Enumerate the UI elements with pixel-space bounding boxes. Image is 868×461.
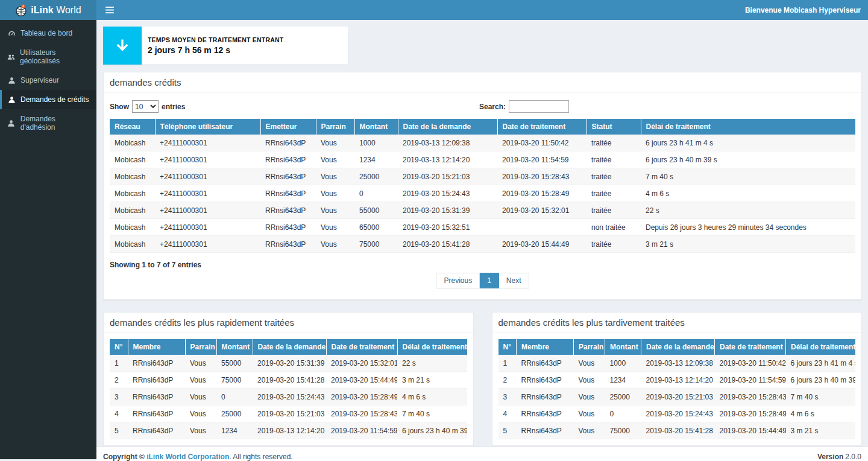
table-cell: 25000 (354, 168, 398, 185)
table-cell: 55000 (354, 202, 398, 219)
table-cell: 2019-03-13 12:14:20 (253, 422, 326, 439)
column-header[interactable]: Délai de traitement (786, 339, 856, 355)
table-header-row: N°MembreParrainMontantDate de la demande… (498, 339, 856, 355)
table-cell: traitée (587, 151, 641, 168)
column-header[interactable]: Parrain (574, 339, 605, 355)
table-cell: 2019-03-20 15:32:01 (497, 202, 587, 219)
table-cell: 65000 (354, 219, 398, 236)
sidebar-toggle-button[interactable] (96, 0, 123, 20)
table-cell: 2019-03-20 15:44:49 (497, 236, 587, 253)
table-cell: 2 (110, 372, 128, 389)
sidebar-item-label: Demandes de crédits (20, 95, 89, 104)
pagination-previous-button[interactable]: Previous (436, 273, 480, 288)
column-header[interactable]: N° (498, 339, 517, 355)
table-cell: 2019-03-20 15:44:49 (326, 372, 397, 389)
table-cell: Vous (574, 405, 605, 422)
table-cell (497, 219, 587, 236)
table-cell: traitée (587, 185, 641, 202)
column-header[interactable]: Montant (354, 119, 398, 135)
table-row: Mobicash+24111000301RRnsi643dPVous123420… (110, 151, 855, 168)
table-row: 2RRnsi643dPVous12342019-03-13 12:14:2020… (498, 372, 856, 389)
table-row: Mobicash+24111000301RRnsi643dPVous750002… (110, 236, 855, 253)
column-header[interactable]: Délai de traitement (397, 339, 467, 355)
page-length-select[interactable]: 10 (132, 100, 159, 113)
table-cell: Vous (185, 372, 216, 389)
user-icon (7, 119, 16, 127)
table-cell: 4 m 6 s (641, 185, 855, 202)
table-cell: RRnsi643dP (128, 372, 185, 389)
column-header[interactable]: Téléphone utilisateur (155, 119, 260, 135)
column-header[interactable]: N° (110, 339, 128, 355)
user-icon (7, 77, 16, 84)
sidebar-item-demandes-adhesion[interactable]: Demandes d'adhésion (0, 109, 96, 137)
table-cell: RRnsi643dP (128, 355, 185, 372)
page-length-control: Show 10 entries (110, 100, 185, 113)
sidebar: Tableau de bord Utilisateurs géolocalisé… (0, 20, 96, 459)
table-cell: 4 m 6 s (397, 389, 467, 405)
sidebar-item-tableau-de-bord[interactable]: Tableau de bord (0, 24, 96, 43)
column-header[interactable]: Emetteur (260, 119, 316, 135)
sidebar-item-label: Utilisateurs géolocalisés (20, 48, 91, 65)
column-header[interactable]: Parrain (316, 119, 354, 135)
table-row: 2RRnsi643dPVous750002019-03-20 15:41:282… (110, 372, 467, 389)
table-cell: Depuis 26 jours 3 heures 29 minutes 34 s… (641, 219, 855, 236)
user-menu[interactable]: Bienvenue Mobicash Hyperviseur (738, 6, 868, 14)
panel-title: demandes crédits les plus rapidement tra… (104, 313, 473, 333)
column-header[interactable]: Date de la demande (398, 119, 497, 135)
table-cell: 2019-03-13 12:09:38 (641, 355, 715, 372)
column-header[interactable]: Réseau (110, 119, 155, 135)
table-cell: 3 (110, 389, 128, 405)
table-cell: 25000 (216, 405, 253, 422)
table-cell: Vous (185, 422, 216, 439)
table-cell: Vous (185, 389, 216, 405)
table-cell: Vous (316, 135, 354, 151)
column-header[interactable]: Statut (587, 119, 641, 135)
column-header[interactable]: Montant (605, 339, 641, 355)
pagination-next-button[interactable]: Next (499, 273, 529, 288)
table-cell: 7 m 40 s (641, 168, 855, 185)
column-header[interactable]: Date de traitement (715, 339, 786, 355)
credit-requests-panel: demandes crédits Show 10 entries Search: (103, 72, 862, 300)
panel-body: N°MembreParrainMontantDate de la demande… (492, 333, 862, 445)
fastest-processed-table: N°MembreParrainMontantDate de la demande… (110, 339, 467, 439)
table-cell: +24111000301 (155, 135, 260, 151)
table-head: RéseauTéléphone utilisateurEmetteurParra… (110, 119, 855, 135)
table-row: 5RRnsi643dPVous750002019-03-20 15:41:282… (498, 422, 856, 439)
table-cell: 7 m 40 s (786, 389, 856, 405)
column-header[interactable]: Délai de traitement (641, 119, 855, 135)
column-header[interactable]: Date de traitement (326, 339, 397, 355)
table-cell: +24111000301 (155, 202, 260, 219)
company-link[interactable]: iLink World Corporation (146, 453, 229, 461)
sidebar-item-superviseur[interactable]: Superviseur (0, 71, 96, 90)
sidebar-item-utilisateurs-geolocalises[interactable]: Utilisateurs géolocalisés (0, 43, 96, 71)
sidebar-item-demandes-de-credits[interactable]: Demandes de crédits (0, 90, 96, 109)
table-cell: 1000 (354, 135, 398, 151)
column-header[interactable]: Date de traitement (497, 119, 587, 135)
table-cell: 2019-03-20 15:28:43 (715, 389, 786, 405)
column-header[interactable]: Date de la demande (641, 339, 715, 355)
search-input[interactable] (509, 100, 569, 113)
table-cell: 75000 (216, 372, 253, 389)
table-cell: 2019-03-20 15:21:03 (253, 405, 326, 422)
table-cell: 0 (605, 405, 641, 422)
table-cell: 2019-03-20 15:21:03 (398, 168, 497, 185)
column-header[interactable]: Date de la demande (253, 339, 326, 355)
table-cell: 2019-03-20 15:41:28 (398, 236, 497, 253)
table-cell: 1000 (605, 355, 641, 372)
entries-label: entries (162, 103, 185, 111)
table-cell: 2019-03-20 15:28:43 (326, 405, 397, 422)
column-header[interactable]: Parrain (185, 339, 216, 355)
table-cell: RRnsi643dP (260, 151, 316, 168)
table-cell: +24111000301 (155, 185, 260, 202)
column-header[interactable]: Membre (517, 339, 574, 355)
brand-logo[interactable]: iLink World (0, 0, 96, 20)
table-cell: 25000 (605, 389, 641, 405)
table-cell: RRnsi643dP (517, 405, 574, 422)
table-cell: 4 m 6 s (786, 405, 856, 422)
version-text: Version2.0.0 (817, 453, 861, 461)
pagination-page-1-button[interactable]: 1 (480, 273, 499, 288)
table-cell: 3 m 21 s (397, 372, 467, 389)
column-header[interactable]: Membre (128, 339, 185, 355)
column-header[interactable]: Montant (216, 339, 253, 355)
table-cell: 2019-03-20 15:28:49 (326, 389, 397, 405)
